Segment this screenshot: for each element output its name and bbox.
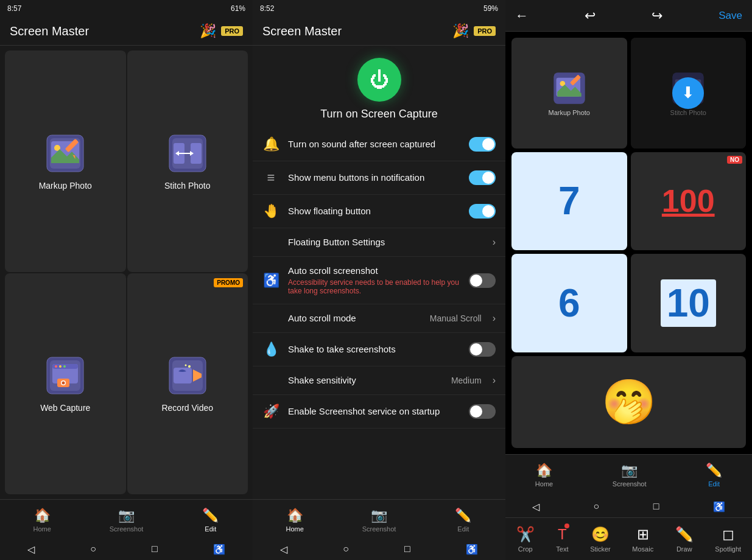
draw-icon: ✏️ [675,526,694,543]
setting-scrollmode-value: Manual Scroll [430,313,482,323]
setting-sound-content: Turn on sound after screen captured [288,139,460,150]
spotlight-tool[interactable]: ◻ Spotlight [715,526,741,553]
right-edit-label: Edit [708,480,720,488]
left-header-right: 🎉 PRO [200,23,243,39]
edit-icon: ✏️ [202,508,219,523]
left-nav-home[interactable]: 🏠 Home [0,508,84,533]
feature-markup[interactable]: Markup Photo [5,51,126,272]
left-pro-badge: PRO [221,26,243,36]
startup-toggle-thumb [470,405,482,418]
setting-floating-content: Show floating button [288,206,460,217]
startup-toggle[interactable] [469,404,496,419]
svg-point-28 [188,365,191,368]
autoscroll-toggle[interactable] [469,273,496,288]
mosaic-tool[interactable]: ⊞ Mosaic [632,526,653,553]
right-redo-button[interactable]: ↪ [652,8,662,24]
right-nav-home[interactable]: 🏠 Home [535,463,553,488]
mid-nav-home[interactable]: 🏠 Home [253,508,337,533]
setting-notification[interactable]: ≡ Show menu buttons in notification [253,161,505,195]
setting-notification-title: Show menu buttons in notification [288,172,424,183]
right-header: ← ↩ ↪ Save [505,0,752,32]
setting-shakesensitivity[interactable]: Shake sensitivity Medium › [253,366,505,395]
no-badge: NO [727,156,742,164]
feature-webcapture[interactable]: Web Capture [5,273,126,495]
setting-sound[interactable]: 🔔 Turn on sound after screen captured [253,128,505,161]
back-nav-icon[interactable]: ◁ [27,544,35,555]
autoscroll-icon: ♿ [262,273,279,289]
home-nav-icon[interactable]: ○ [90,544,96,555]
feature-stitch[interactable]: Stitch Photo [127,51,248,272]
shake-toggle-thumb [470,343,482,355]
notification-toggle[interactable] [469,170,496,185]
edit-bottom-tools: ✂️ Crop T Text 😊 Sticker ⊞ Mosaic ✏️ Dra… [505,517,752,560]
setting-notification-content: Show menu buttons in notification [288,172,460,183]
setting-scrollmode[interactable]: Auto scroll mode Manual Scroll › [253,304,505,333]
mid-app-header: Screen Master 🎉 PRO [253,17,505,46]
setting-startup[interactable]: 🚀 Enable Screenshot service on startup [253,395,505,429]
right-back-nav[interactable]: ◁ [532,501,539,513]
right-num10-cell: 10 [631,254,747,352]
right-num7: 7 [558,178,580,223]
sound-toggle[interactable] [469,137,496,152]
recents-nav-icon[interactable]: □ [152,544,158,555]
text-label: Text [556,545,568,553]
right-home-icon: 🏠 [536,463,552,478]
right-back-button[interactable]: ← [515,8,529,24]
mid-status-battery: 59% [483,4,498,13]
right-num7-cell: 7 [511,152,627,251]
power-title: Turn on Screen Capture [320,108,437,121]
right-recents-nav[interactable]: □ [653,501,659,512]
setting-shake-title: Shake to take screenshots [288,344,396,354]
setting-shake[interactable]: 💧 Shake to take screenshots [253,333,505,366]
left-nav-screenshot[interactable]: 📷 Screenshot [84,508,168,533]
power-button[interactable]: ⏻ [357,58,401,102]
mid-android-nav: ◁ ○ □ ♿ [253,538,505,560]
mosaic-icon: ⊞ [637,526,649,543]
floating-toggle[interactable] [469,204,496,219]
text-tool[interactable]: T Text [556,526,568,553]
right-markup-label: Markup Photo [549,109,590,116]
mid-back-nav[interactable]: ◁ [280,544,287,555]
crop-tool[interactable]: ✂️ Crop [516,526,535,553]
right-nav-edit[interactable]: ✏️ Edit [706,463,722,488]
mid-recents-nav[interactable]: □ [404,544,410,555]
right-num100: 100 [662,183,715,219]
notification-toggle-thumb [482,172,494,184]
left-android-nav: ◁ ○ □ ♿ [0,538,253,560]
draw-tool[interactable]: ✏️ Draw [675,526,694,553]
floating-icon: 🤚 [262,203,279,219]
sticker-tool[interactable]: 😊 Sticker [590,526,611,553]
notification-icon: ≡ [262,170,279,186]
home-icon: 🏠 [34,508,51,523]
shake-toggle[interactable] [469,342,496,357]
setting-autoscroll[interactable]: ♿ Auto scroll screenshot Accessibility s… [253,257,505,304]
right-num6: 6 [558,281,580,326]
left-nav-edit[interactable]: ✏️ Edit [169,508,253,533]
mid-nav-screenshot[interactable]: 📷 Screenshot [337,508,421,533]
accessibility-nav-icon[interactable]: ♿ [213,544,225,555]
sticker-icon: 😊 [591,526,610,543]
setting-scrollmode-content: Auto scroll mode [288,313,421,324]
right-save-button[interactable]: Save [719,10,742,22]
mid-nav-edit[interactable]: ✏️ Edit [421,508,505,533]
setting-shakesensitivity-title: Shake sensitivity [288,375,356,385]
shake-icon: 💧 [262,341,279,357]
right-nav-screenshot[interactable]: 📷 Screenshot [613,463,647,488]
mid-accessibility-nav[interactable]: ♿ [466,544,478,555]
feature-recordvideo[interactable]: PROMO Record Video [127,273,248,495]
mid-screenshot-icon: 📷 [371,508,387,523]
setting-sound-title: Turn on sound after screen captured [288,139,435,149]
left-app-title: Screen Master [10,24,89,38]
left-status-battery: 61% [231,4,245,13]
setting-floatingsettings[interactable]: Floating Button Settings › [253,228,505,257]
power-section: ⏻ Turn on Screen Capture [253,46,505,128]
right-undo-button[interactable]: ↩ [585,8,596,24]
floating-toggle-thumb [482,205,494,217]
right-home-nav[interactable]: ○ [594,501,600,512]
setting-floating[interactable]: 🤚 Show floating button [253,195,505,228]
right-accessibility-nav[interactable]: ♿ [713,501,725,513]
right-edit-icon: ✏️ [706,463,722,478]
right-emoji: 🤭 [602,376,656,428]
promo-badge: PROMO [214,278,243,287]
mid-home-nav[interactable]: ○ [343,544,349,555]
